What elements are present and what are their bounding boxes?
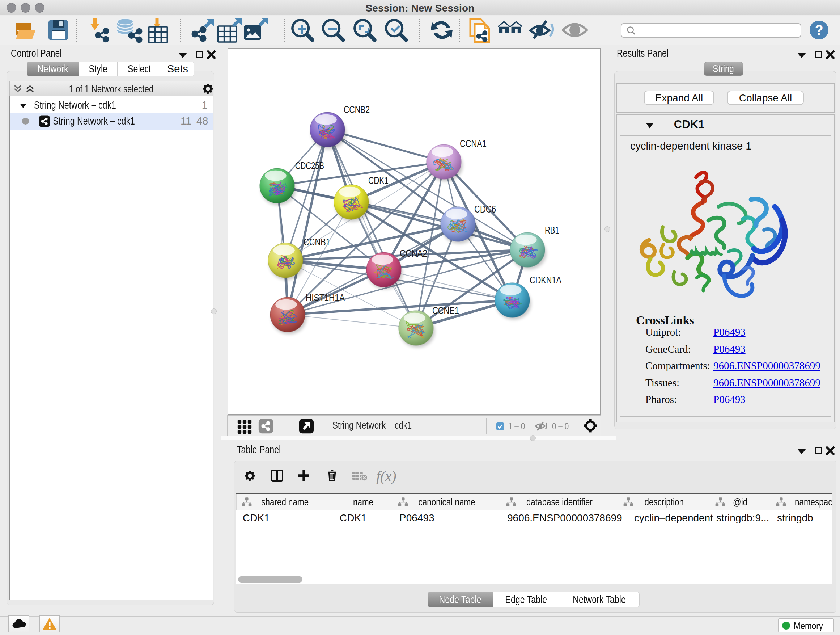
svg-text:CDK1: CDK1 — [368, 175, 388, 186]
svg-text:CCNE1: CCNE1 — [432, 305, 459, 316]
svg-text:RB1: RB1 — [545, 225, 559, 236]
svg-text:?: ? — [815, 22, 823, 38]
svg-text:CCNA1: CCNA1 — [460, 138, 486, 149]
svg-text:CCNB2: CCNB2 — [344, 104, 370, 115]
svg-text:HIST1H1A: HIST1H1A — [306, 293, 345, 303]
svg-text:CDKN1A: CDKN1A — [530, 275, 561, 286]
svg-text:CCNB1: CCNB1 — [303, 237, 330, 248]
svg-text:CDC25B: CDC25B — [295, 160, 324, 171]
svg-text:CDC6: CDC6 — [474, 204, 496, 215]
svg-text:CCNA2: CCNA2 — [400, 248, 427, 259]
